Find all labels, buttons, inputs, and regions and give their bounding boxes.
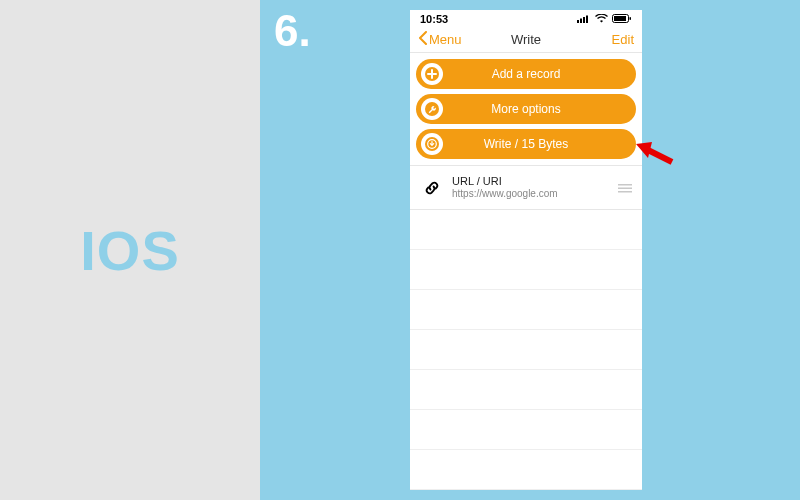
more-options-button[interactable]: More options (416, 94, 636, 124)
step-number: 6. (274, 6, 311, 56)
plus-circle-icon (421, 63, 443, 85)
record-text: URL / URI https://www.google.com (452, 175, 618, 199)
button-area: Add a record More options Write / 15 Byt… (410, 53, 642, 165)
list-item (410, 370, 642, 410)
list-item (410, 290, 642, 330)
drag-handle-icon[interactable] (618, 179, 632, 197)
svg-rect-1 (580, 19, 582, 24)
link-icon (420, 178, 444, 198)
step-panel: 6. (260, 0, 410, 500)
wifi-icon (595, 14, 608, 23)
add-record-label: Add a record (492, 67, 561, 81)
list-item (410, 330, 642, 370)
svg-rect-5 (614, 16, 626, 21)
svg-rect-11 (618, 184, 632, 186)
status-time: 10:53 (420, 13, 448, 25)
signal-icon (577, 14, 591, 23)
back-label: Menu (429, 32, 462, 47)
svg-rect-13 (618, 191, 632, 193)
phone-zone: 10:53 Menu Write Edi (410, 0, 800, 500)
record-title: URL / URI (452, 175, 618, 188)
list-item (410, 210, 642, 250)
svg-rect-0 (577, 20, 579, 23)
record-list: URL / URI https://www.google.com (410, 165, 642, 490)
svg-rect-2 (583, 17, 585, 23)
more-options-label: More options (491, 102, 560, 116)
back-button[interactable]: Menu (418, 31, 462, 48)
list-item (410, 410, 642, 450)
nav-bar: Menu Write Edit (410, 27, 642, 53)
nav-title: Write (511, 32, 541, 47)
download-circle-icon (421, 133, 443, 155)
svg-rect-6 (630, 17, 632, 20)
chevron-left-icon (418, 31, 429, 48)
battery-icon (612, 14, 632, 23)
ios-platform-label: IOS (80, 218, 179, 283)
list-item (410, 250, 642, 290)
left-panel: IOS (0, 0, 260, 500)
write-button[interactable]: Write / 15 Bytes (416, 129, 636, 159)
wrench-icon (421, 98, 443, 120)
record-item[interactable]: URL / URI https://www.google.com (410, 166, 642, 210)
svg-rect-12 (618, 187, 632, 189)
status-right (577, 14, 632, 23)
edit-button[interactable]: Edit (612, 32, 634, 47)
write-label: Write / 15 Bytes (484, 137, 568, 151)
list-item (410, 450, 642, 490)
iphone-screen: 10:53 Menu Write Edi (410, 10, 642, 490)
status-bar: 10:53 (410, 10, 642, 27)
add-record-button[interactable]: Add a record (416, 59, 636, 89)
record-subtitle: https://www.google.com (452, 188, 618, 200)
svg-rect-3 (586, 16, 588, 24)
